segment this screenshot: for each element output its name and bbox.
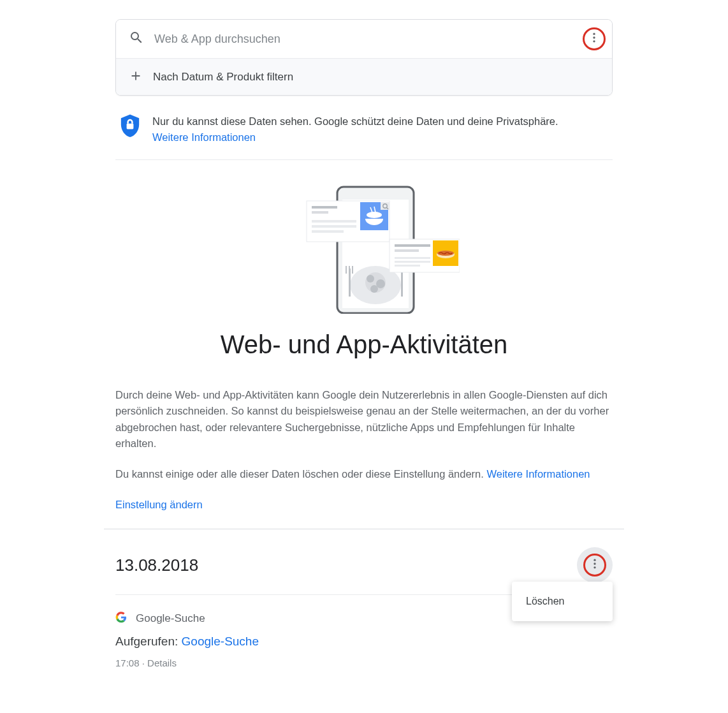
svg-point-38 — [593, 559, 595, 561]
activity-service-name: Google-Suche — [136, 612, 205, 625]
svg-rect-31 — [395, 249, 419, 252]
activity-action-prefix: Aufgerufen: — [115, 635, 182, 648]
change-setting-link[interactable]: Einstellung ändern — [115, 499, 203, 511]
svg-point-0 — [593, 33, 595, 35]
svg-rect-32 — [395, 257, 430, 259]
search-input[interactable] — [154, 33, 583, 46]
activity-date-row: 13.08.2018 Löschen — [115, 529, 613, 594]
svg-rect-33 — [395, 261, 430, 263]
more-vert-icon — [588, 31, 601, 47]
meta-separator: · — [142, 658, 147, 668]
svg-rect-34 — [395, 265, 420, 267]
svg-point-23 — [367, 212, 382, 218]
svg-rect-30 — [395, 244, 430, 247]
description-p2-prefix: Du kannst einige oder alle dieser Daten … — [115, 468, 486, 480]
activity-action-link[interactable]: Google-Suche — [182, 635, 259, 648]
hero-illustration — [115, 183, 613, 314]
privacy-note: Nur du kannst diese Daten sehen. Google … — [115, 114, 613, 145]
more-vert-icon — [588, 557, 601, 573]
privacy-text: Nur du kannst diese Daten sehen. Google … — [152, 115, 558, 127]
date-more-button[interactable] — [577, 547, 613, 583]
svg-rect-12 — [346, 266, 347, 274]
search-filter-card: Nach Datum & Produkt filtern — [115, 19, 613, 96]
activity-details-link[interactable]: Details — [147, 658, 177, 668]
activity-time: 17:08 — [115, 658, 140, 668]
description-more-link[interactable]: Weitere Informationen — [486, 468, 590, 480]
filter-button[interactable]: Nach Datum & Produkt filtern — [116, 58, 612, 95]
description-paragraph-1: Durch deine Web- und App-Aktivitäten kan… — [115, 387, 613, 452]
activity-date: 13.08.2018 — [115, 555, 198, 575]
description-paragraph-2: Du kannst einige oder alle dieser Daten … — [115, 466, 613, 483]
svg-point-2 — [593, 40, 595, 42]
search-row — [116, 20, 612, 58]
svg-rect-18 — [312, 211, 328, 214]
menu-item-delete[interactable]: Löschen — [512, 587, 613, 616]
filter-label: Nach Datum & Produkt filtern — [153, 71, 293, 84]
svg-point-8 — [367, 275, 374, 283]
svg-point-1 — [593, 36, 595, 38]
plus-icon — [129, 69, 143, 85]
svg-rect-20 — [312, 225, 356, 228]
svg-rect-3 — [127, 124, 134, 129]
svg-rect-14 — [352, 266, 353, 274]
page-title: Web- und App-Aktivitäten — [115, 330, 613, 359]
svg-rect-17 — [312, 206, 337, 209]
privacy-more-link[interactable]: Weitere Informationen — [152, 131, 256, 143]
svg-point-39 — [593, 563, 595, 565]
divider — [115, 159, 613, 160]
activity-meta: 17:08 · Details — [115, 658, 613, 668]
search-icon — [129, 30, 144, 48]
svg-point-10 — [370, 285, 378, 293]
search-more-button[interactable] — [583, 27, 606, 50]
svg-rect-19 — [312, 220, 356, 223]
shield-lock-icon — [119, 114, 141, 142]
svg-rect-21 — [312, 230, 344, 233]
svg-rect-13 — [349, 266, 350, 274]
activity-title: Aufgerufen: Google-Suche — [115, 635, 613, 649]
svg-point-40 — [593, 566, 595, 568]
google-g-icon — [115, 612, 127, 626]
date-options-menu: Löschen — [512, 582, 613, 621]
